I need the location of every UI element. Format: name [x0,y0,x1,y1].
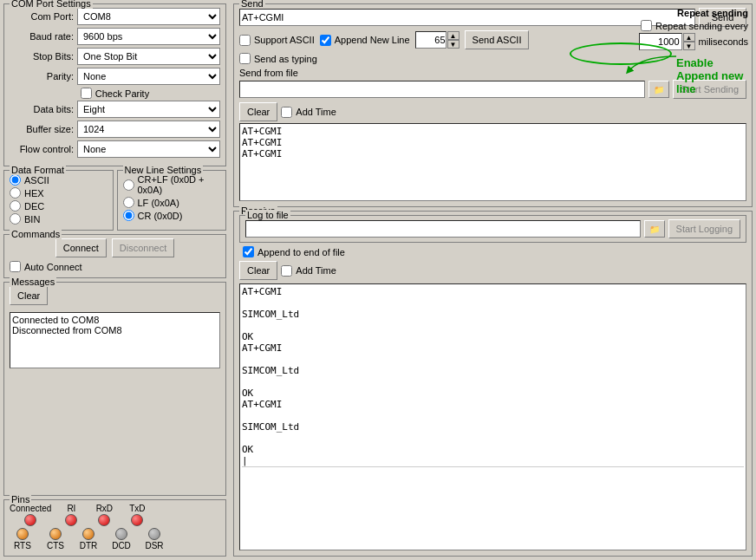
pin-cts: CTS [42,528,68,550]
send-ascii-button[interactable]: Send ASCII [465,30,530,49]
data-format-group: Data Format ASCII HEX DEC BIN [3,170,114,231]
message-line-2: Disconnected from COM8 [12,325,218,335]
data-format-dec[interactable] [10,200,21,212]
messages-clear-button[interactable]: Clear [10,286,48,305]
buffer-size-label: Buffer size: [10,124,77,134]
newline-lf[interactable] [123,197,134,208]
recv-line-8 [242,376,744,387]
data-format-hex[interactable] [10,187,21,199]
send-add-time-checkbox[interactable] [281,107,292,118]
pin-txd-led [131,514,143,526]
data-format-ascii[interactable] [10,174,21,186]
start-logging-button[interactable]: Start Logging [668,219,740,238]
check-parity-row: Check Parity [81,88,149,99]
send-add-time-label: Add Time [296,107,336,117]
recv-line-11 [242,410,744,421]
pin-connected-led [24,514,36,526]
pin-ri: RI [58,504,84,526]
send-clear-button[interactable]: Clear [239,102,277,121]
receive-add-time-label: Add Time [296,265,336,276]
messages-title: Messages [10,277,56,287]
log-to-file-box: Log to file 📁 Start Logging [239,215,746,243]
pin-dcd-led [115,528,127,540]
num-down[interactable]: ▼ [447,40,459,49]
receive-clear-button[interactable]: Clear [239,261,277,280]
new-line-radio-group: CR+LF (0x0D + 0x0A) LF (0x0A) CR (0x0D) [123,174,221,221]
pin-cts-led [49,528,62,540]
stop-bits-label: Stop Bits: [10,51,77,62]
num-up[interactable]: ▲ [447,31,459,40]
browse-button[interactable]: 📁 [648,81,669,98]
repeat-label: Repeat sending every [655,21,748,31]
receive-output-area[interactable]: AT+CGMI SIMCOM_Ltd OK AT+CGMI SIMCOM_Ltd… [239,283,746,550]
receive-add-time-checkbox[interactable] [281,265,292,277]
disconnect-button[interactable]: Disconnect [112,238,174,257]
connect-button[interactable]: Connect [55,238,107,257]
send-output-area[interactable]: AT+CGMI AT+CGMI AT+CGMI [239,123,746,201]
pin-connected: Connected [10,504,51,526]
recv-line-1 [242,297,744,309]
recv-line-12: SIMCOM_Ltd [242,421,744,433]
pin-dtr-led [82,528,94,540]
flow-control-select[interactable]: None [77,140,220,158]
messages-group: Messages Clear Connected to COM8 Disconn… [3,282,226,496]
pins-group: Pins Connected RI RxD [3,499,226,557]
com-port-settings: COM Port Settings Com Port: COM8 Baud ra… [3,3,226,166]
pin-rts-led [16,528,29,540]
append-new-line-checkbox[interactable] [320,35,331,46]
pin-ri-led [65,514,77,526]
repeat-section: Repeat sending Repeat sending every ▲ ▼ … [639,8,748,50]
parity-label: Parity: [10,71,77,81]
newline-crlf[interactable] [123,179,134,191]
pin-dsr-led [148,528,160,540]
commands-title: Commands [10,229,62,239]
message-line-1: Connected to COM8 [12,315,218,325]
millis-input[interactable] [639,33,682,50]
recv-line-0: AT+CGMI [242,286,744,297]
log-file-input [245,220,641,238]
recv-line-5: AT+CGMI [242,342,744,354]
com-port-label: Com Port: [10,11,77,22]
parity-select[interactable]: None [77,68,220,85]
recv-line-6 [242,354,744,365]
append-to-file-checkbox[interactable] [243,246,254,257]
send-from-file-label: Send from file [239,68,746,78]
buffer-size-select[interactable]: 1024 [77,120,220,138]
num-input[interactable] [415,31,446,49]
send-section: Send Repeat sending Repeat sending every… [233,3,753,207]
send-title: Send [239,0,265,9]
flow-control-label: Flow control: [10,144,77,154]
recv-line-13 [242,433,744,444]
auto-connect-label: Auto Connect [24,262,82,272]
append-to-file-label: Append to end of file [257,247,345,257]
baud-rate-label: Baud rate: [10,31,77,42]
baud-rate-select[interactable]: 9600 bps [77,28,220,45]
send-input[interactable] [239,9,695,26]
millis-down[interactable]: ▼ [683,42,695,50]
data-bits-select[interactable]: Eight [77,101,220,118]
recv-line-10: AT+CGMI [242,399,744,410]
newline-cr[interactable] [123,210,134,221]
send-as-typing-label: Send as typing [254,54,317,64]
pins-title: Pins [10,494,31,505]
auto-connect-checkbox[interactable] [10,261,21,272]
pin-dsr: DSR [141,528,167,550]
start-sending-button[interactable]: Start Sending [673,80,746,99]
stop-bits-select[interactable]: One Stop Bit [77,48,220,65]
support-ascii-checkbox[interactable] [239,35,251,46]
data-bits-label: Data bits: [10,104,77,114]
file-input-box [239,81,645,98]
repeat-checkbox[interactable] [641,20,652,31]
check-parity-checkbox[interactable] [81,88,92,99]
millis-up[interactable]: ▲ [683,33,695,42]
log-browse-button[interactable]: 📁 [644,220,665,238]
data-format-bin[interactable] [10,213,21,225]
recv-line-14: OK [242,444,744,455]
com-port-select[interactable]: COM8 [77,8,220,25]
pin-rxd: RxD [91,504,117,526]
repeat-title: Repeat sending [677,8,748,18]
com-port-title: COM Port Settings [10,0,93,9]
send-as-typing-checkbox[interactable] [239,53,251,64]
data-format-radio-group: ASCII HEX DEC BIN [10,174,108,225]
log-to-file-title: Log to file [245,210,290,220]
